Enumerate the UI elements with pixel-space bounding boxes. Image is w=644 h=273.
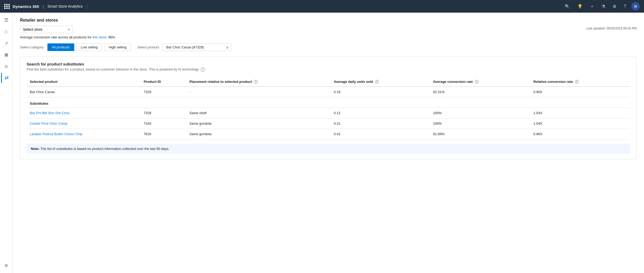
topnav: Dynamics 365 | Smart Store Analytics 🔍 💡…	[0, 0, 644, 13]
note-box: Note: The list of substitutes is based o…	[27, 144, 630, 154]
substitute-1-avg-units: 0.31	[331, 118, 430, 129]
page-title: Retailer and stores	[20, 18, 637, 23]
sidebar-item-settings[interactable]: ⚙	[1, 260, 12, 271]
selected-product-placement: -	[186, 87, 331, 97]
substitute-0-avg-units: 0.12	[331, 108, 430, 118]
substitute-1-rel-conversion: 1.04X	[530, 118, 630, 129]
col-placement: Placement relative to selected product i	[186, 77, 331, 87]
col-product-id: Product ID	[140, 77, 186, 87]
substitute-0-placement: Same shelf	[186, 108, 331, 118]
product-label: Select product	[137, 45, 159, 49]
category-label: Select category	[20, 45, 44, 49]
subtitle-info-icon[interactable]: i	[201, 68, 205, 72]
substitute-row: Bar Pnt Bttr Bnn Drk Choc 7328 Same shel…	[27, 108, 630, 118]
substitute-1-name[interactable]: Cookie Pnut Choc Comp	[27, 118, 140, 129]
substitute-row: Larabar Peanut Butter Choco Chip 7616 Sa…	[27, 129, 630, 139]
avg-units-info-icon[interactable]: i	[375, 80, 379, 84]
sidebar-item-substitutes[interactable]: ⇄	[1, 73, 12, 83]
product-dropdown-wrapper: Bar Choc Cacao [#7329] ∨	[163, 43, 231, 51]
sidebar-item-analytics[interactable]: ↗	[1, 38, 12, 48]
substitute-1-placement: Same gondola	[186, 118, 331, 129]
avatar[interactable]: N	[631, 2, 640, 11]
rel-conversion-info-icon[interactable]: i	[575, 80, 579, 84]
help-icon[interactable]: ?	[622, 4, 628, 9]
selected-product-name: Bar Choc Cacao	[27, 87, 140, 97]
avg-conversion-text: Average conversion rate across all produ…	[20, 35, 637, 39]
selected-product-rel-conversion: 0.96X	[530, 87, 630, 97]
store-dropdown-wrapper: Select store ∨	[20, 26, 73, 33]
selected-product-avg-units: 0.16	[331, 87, 430, 97]
substitute-2-placement: Same gondola	[186, 129, 331, 139]
product-dropdown[interactable]: Bar Choc Cacao [#7329]	[163, 43, 231, 51]
selected-product-avg-conversion: 92.31%	[430, 87, 530, 97]
category-all-products[interactable]: All products	[47, 43, 74, 51]
brand-name: Dynamics 365	[13, 4, 39, 9]
substitutes-header-label: Substitutes	[27, 97, 630, 108]
col-selected-product: Selected product	[27, 77, 140, 87]
waffle-icon[interactable]	[4, 4, 10, 9]
search-icon[interactable]: 🔍	[563, 4, 572, 9]
settings-icon[interactable]: ⚙	[611, 4, 618, 9]
plus-icon[interactable]: ＋	[588, 4, 596, 9]
lightbulb-icon[interactable]: 💡	[575, 4, 585, 9]
filter-bar: Select category All products Low selling…	[20, 43, 637, 51]
col-avg-daily-units: Average daily units sold i	[331, 77, 430, 87]
category-high-selling[interactable]: High selling	[104, 43, 131, 51]
substitute-1-avg-conversion: 100%	[430, 118, 530, 129]
last-updated: Last updated: 05/03/2023 09:35 PM	[586, 27, 637, 30]
substitute-0-name[interactable]: Bar Pnt Bttr Bnn Drk Choc	[27, 108, 140, 118]
note-label: Note:	[31, 147, 40, 151]
sidebar-item-reports[interactable]: ▦	[1, 49, 12, 60]
substitute-2-rel-conversion: 0.96X	[530, 129, 630, 139]
col-relative-conversion: Relative conversion rate i	[530, 77, 630, 87]
module-name: Smart Store Analytics	[47, 4, 83, 8]
selected-product-row: Bar Choc Cacao 7329 - 0.16 92.31% 0.96X	[27, 87, 630, 97]
sidebar-item-insights[interactable]: ⊙	[1, 61, 12, 72]
section-title: Search for product substitutes	[27, 62, 630, 66]
category-low-selling[interactable]: Low selling	[76, 43, 102, 51]
substitute-0-rel-conversion: 1.04X	[530, 108, 630, 118]
substitutes-table: Selected product Product ID Placement re…	[27, 77, 630, 140]
main-content: Retailer and stores Select store ∨ Last …	[13, 13, 644, 273]
substitutes-header-row: Substitutes	[27, 97, 630, 108]
table-header-row: Selected product Product ID Placement re…	[27, 77, 630, 87]
placement-info-icon[interactable]: i	[254, 80, 258, 84]
sidebar-item-hamburger[interactable]: ☰	[1, 15, 12, 25]
filter-icon[interactable]: ⚗	[599, 4, 607, 9]
note-text: The list of substitutes is based on prod…	[41, 147, 169, 151]
substitute-2-name[interactable]: Larabar Peanut Butter Choco Chip	[27, 129, 140, 139]
substitute-2-id: 7616	[140, 129, 186, 139]
brand-area: Dynamics 365 | Smart Store Analytics	[4, 4, 87, 9]
sidebar: ☰ ⌂ ↗ ▦ ⊙ ⇄ ⚙	[0, 13, 13, 273]
substitutes-section: Search for product substitutes Find the …	[20, 56, 637, 159]
substitute-2-avg-units: 0.42	[331, 129, 430, 139]
substitute-row: Cookie Pnut Choc Comp 7334 Same gondola …	[27, 118, 630, 129]
substitute-0-avg-conversion: 100%	[430, 108, 530, 118]
store-dropdown[interactable]: Select store	[20, 26, 73, 33]
substitute-1-id: 7334	[140, 118, 186, 129]
avg-conversion-info-icon[interactable]: i	[475, 80, 479, 84]
substitute-2-avg-conversion: 91.89%	[430, 129, 530, 139]
selected-product-id: 7329	[140, 87, 186, 97]
section-subtitle: Find the best substitutes for a product,…	[27, 67, 630, 72]
sidebar-item-home[interactable]: ⌂	[1, 26, 12, 37]
substitute-0-id: 7328	[140, 108, 186, 118]
col-avg-conversion: Average conversion rate i	[430, 77, 530, 87]
